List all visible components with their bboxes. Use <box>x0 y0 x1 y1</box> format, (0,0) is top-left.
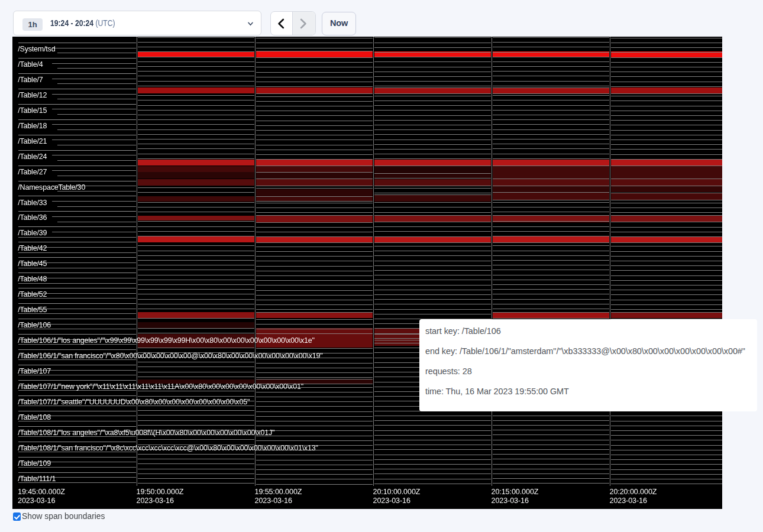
svg-text:/Table/45: /Table/45 <box>18 259 47 268</box>
svg-text:/Table/33: /Table/33 <box>18 199 47 207</box>
svg-text:/Table/106/1/"los angeles"/"\x: /Table/106/1/"los angeles"/"\x99\x99\x99… <box>18 336 314 345</box>
svg-text:/Table/42: /Table/42 <box>18 244 47 252</box>
svg-text:/Table/7: /Table/7 <box>18 76 43 84</box>
svg-text:/Table/109: /Table/109 <box>18 459 51 468</box>
svg-text:/Table/108/1/"san francisco"/": /Table/108/1/"san francisco"/"\x8c\xcc\x… <box>18 444 318 452</box>
svg-text:/Table/106/1/"san francisco"/": /Table/106/1/"san francisco"/"\x80\x00\x… <box>18 352 322 360</box>
svg-text:/Table/39: /Table/39 <box>18 229 47 237</box>
svg-text:/Table/48: /Table/48 <box>18 275 47 283</box>
svg-text:20:15:00.000Z: 20:15:00.000Z <box>492 488 539 496</box>
svg-text:/Table/108/1/"los angeles"/"\x: /Table/108/1/"los angeles"/"\xa8\xf5\u00… <box>18 429 274 437</box>
svg-text:2023-03-16: 2023-03-16 <box>18 497 56 505</box>
svg-text:/Table/107: /Table/107 <box>18 367 51 375</box>
svg-text:/System/tsd: /System/tsd <box>18 45 55 53</box>
svg-text:/Table/36: /Table/36 <box>18 213 47 222</box>
svg-text:19:55:00.000Z: 19:55:00.000Z <box>255 488 302 496</box>
svg-text:20:20:00.000Z: 20:20:00.000Z <box>610 488 657 496</box>
svg-text:/Table/52: /Table/52 <box>18 290 47 299</box>
svg-text:/Table/108: /Table/108 <box>18 413 51 421</box>
svg-text:2023-03-16: 2023-03-16 <box>137 497 174 505</box>
svg-text:2023-03-16: 2023-03-16 <box>610 497 648 505</box>
svg-text:/NamespaceTable/30: /NamespaceTable/30 <box>18 183 85 192</box>
svg-text:/Table/21: /Table/21 <box>18 137 47 145</box>
svg-text:/Table/107/1/"new york"/"\x11\: /Table/107/1/"new york"/"\x11\x11\x11\x1… <box>18 382 303 391</box>
svg-text:/Table/111/1: /Table/111/1 <box>18 475 56 483</box>
svg-text:2023-03-16: 2023-03-16 <box>492 497 529 505</box>
svg-text:2023-03-16: 2023-03-16 <box>373 497 411 505</box>
svg-text:/Table/107/1/"seattle"/"UUUUUU: /Table/107/1/"seattle"/"UUUUUUD\x00\x80\… <box>18 398 250 406</box>
svg-text:/Table/24: /Table/24 <box>18 153 47 161</box>
svg-text:/Table/106: /Table/106 <box>18 321 51 329</box>
svg-text:19:45:00.000Z: 19:45:00.000Z <box>18 488 65 496</box>
svg-text:2023-03-16: 2023-03-16 <box>255 497 293 505</box>
svg-text:/Table/15: /Table/15 <box>18 106 47 115</box>
svg-text:/Table/12: /Table/12 <box>18 91 47 99</box>
svg-text:/Table/4: /Table/4 <box>18 60 43 69</box>
svg-text:/Table/55: /Table/55 <box>18 306 47 314</box>
svg-text:19:50:00.000Z: 19:50:00.000Z <box>137 488 184 496</box>
svg-text:20:10:00.000Z: 20:10:00.000Z <box>373 488 421 496</box>
svg-text:/Table/18: /Table/18 <box>18 122 47 130</box>
svg-text:/Table/27: /Table/27 <box>18 168 47 176</box>
